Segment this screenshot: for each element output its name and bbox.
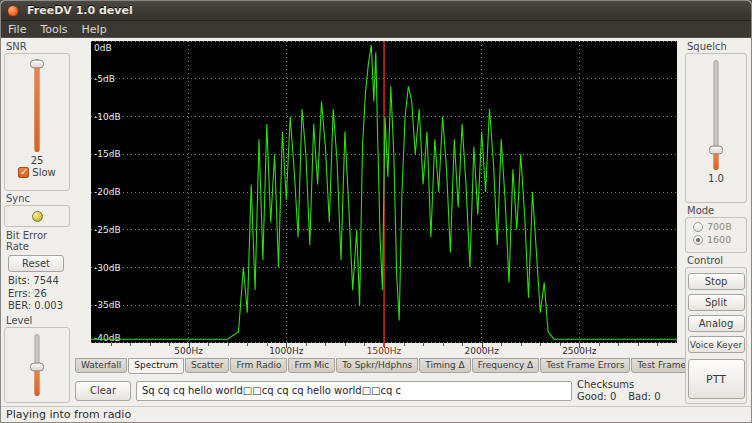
level-label: Level bbox=[6, 315, 70, 326]
squelch-label: Squelch bbox=[687, 41, 747, 52]
snr-group: 25 Slow bbox=[4, 53, 70, 191]
voice-keyer-button[interactable]: Voice Keyer bbox=[688, 336, 745, 353]
x-tick-label: 500Hz bbox=[174, 346, 203, 356]
level-slider-handle[interactable] bbox=[30, 363, 44, 372]
x-tick-label: 2500Hz bbox=[562, 346, 596, 356]
stop-button[interactable]: Stop bbox=[688, 273, 745, 290]
tab-spectrum[interactable]: Spectrum bbox=[128, 358, 184, 374]
ptt-button[interactable]: PTT bbox=[688, 359, 745, 399]
svg-text:0dB: 0dB bbox=[94, 43, 112, 53]
menubar: File Tools Help bbox=[1, 21, 751, 38]
clear-button[interactable]: Clear bbox=[75, 381, 131, 401]
tab-frequency-delta[interactable]: Frequency Δ bbox=[472, 358, 540, 373]
status-bar: Playing into from radio bbox=[1, 406, 751, 422]
svg-text:-35dB: -35dB bbox=[94, 300, 121, 310]
reset-button[interactable]: Reset bbox=[8, 255, 64, 272]
split-button[interactable]: Split bbox=[688, 294, 745, 311]
svg-text:-30dB: -30dB bbox=[94, 263, 121, 273]
bit-error-rate-label: Bit Error Rate bbox=[6, 230, 70, 252]
control-group: Stop Split Analog Voice Keyer PTT bbox=[685, 267, 747, 404]
window-title: FreeDV 1.0 devel bbox=[27, 4, 133, 17]
mode-1600-label: 1600 bbox=[707, 234, 731, 245]
snr-slider-fill bbox=[35, 64, 40, 152]
mode-radio-1600[interactable]: 1600 bbox=[693, 234, 731, 245]
frequency-axis: 500Hz1000Hz1500Hz2000Hz2500Hz bbox=[91, 343, 677, 356]
tx-message-bar: Clear Checksums Good: 0 Bad: 0 bbox=[75, 378, 683, 403]
x-tick-label: 1000Hz bbox=[269, 346, 303, 356]
squelch-slider-handle[interactable] bbox=[709, 145, 723, 154]
level-group bbox=[4, 327, 70, 404]
tab-test-frame-errors[interactable]: Test Frame Errors bbox=[540, 358, 630, 373]
snr-slider[interactable] bbox=[29, 58, 45, 153]
tab-scatter[interactable]: Scatter bbox=[185, 358, 229, 373]
tab-frm-mic[interactable]: Frm Mic bbox=[288, 358, 335, 373]
svg-text:-10dB: -10dB bbox=[94, 112, 121, 122]
snr-slider-handle[interactable] bbox=[30, 59, 44, 68]
close-button-icon[interactable] bbox=[7, 5, 19, 17]
analog-button[interactable]: Analog bbox=[688, 315, 745, 332]
sync-group bbox=[4, 205, 70, 227]
checksums: Checksums Good: 0 Bad: 0 bbox=[577, 379, 683, 402]
freedv-window: FreeDV 1.0 devel File Tools Help SNR 25 … bbox=[0, 0, 752, 423]
level-slider[interactable] bbox=[29, 333, 45, 398]
titlebar: FreeDV 1.0 devel bbox=[1, 1, 751, 21]
radio-icon bbox=[693, 222, 703, 232]
control-label: Control bbox=[687, 255, 747, 266]
x-tick-label: 1500Hz bbox=[367, 346, 401, 356]
left-panel: SNR 25 Slow Sync Bit Error Rate Reset Bi… bbox=[1, 38, 73, 406]
menu-tools[interactable]: Tools bbox=[40, 23, 67, 36]
mode-radio-700b[interactable]: 700B bbox=[693, 221, 732, 232]
checksum-bad: Bad: 0 bbox=[628, 391, 660, 403]
plot-tabs: Waterfall Spectrum Scatter Frm Radio Frm… bbox=[75, 358, 683, 375]
right-panel: Squelch 1.0 Mode 700B 1600 Control Stop … bbox=[683, 38, 751, 406]
tab-timing-delta[interactable]: Timing Δ bbox=[419, 358, 470, 373]
snr-value: 25 bbox=[31, 155, 44, 166]
checksum-good: Good: 0 bbox=[577, 391, 616, 403]
spectrum-plot[interactable]: 0dB-5dB-10dB-15dB-20dB-25dB-30dB-35dB-40… bbox=[91, 41, 677, 343]
squelch-group: 1.0 bbox=[685, 53, 747, 203]
plot-notebook: 0dB-5dB-10dB-15dB-20dB-25dB-30dB-35dB-40… bbox=[73, 38, 683, 406]
sync-label: Sync bbox=[6, 193, 70, 204]
radio-icon bbox=[693, 235, 703, 245]
tab-frm-radio[interactable]: Frm Radio bbox=[230, 358, 287, 373]
sync-led-indicator bbox=[32, 211, 43, 222]
squelch-slider[interactable] bbox=[708, 59, 724, 171]
menu-help[interactable]: Help bbox=[82, 23, 107, 36]
mode-label: Mode bbox=[687, 205, 747, 216]
svg-text:-25dB: -25dB bbox=[94, 225, 121, 235]
errs-count: Errs: 26 bbox=[4, 288, 70, 301]
tab-waterfall[interactable]: Waterfall bbox=[75, 358, 127, 373]
snr-label: SNR bbox=[6, 41, 70, 52]
x-tick-label: 2000Hz bbox=[464, 346, 498, 356]
svg-text:-20dB: -20dB bbox=[94, 187, 121, 197]
bits-count: Bits: 7544 bbox=[4, 275, 70, 288]
tx-message-input[interactable] bbox=[136, 381, 572, 401]
squelch-value: 1.0 bbox=[708, 173, 724, 184]
slow-checkbox[interactable]: Slow bbox=[18, 167, 55, 178]
svg-text:-15dB: -15dB bbox=[94, 149, 121, 159]
menu-file[interactable]: File bbox=[8, 23, 26, 36]
mode-group: 700B 1600 bbox=[685, 217, 747, 253]
slow-checkbox-label: Slow bbox=[32, 167, 55, 178]
spectrum-panel: 0dB-5dB-10dB-15dB-20dB-25dB-30dB-35dB-40… bbox=[91, 41, 677, 356]
ber-value: BER: 0.003 bbox=[4, 300, 70, 313]
svg-text:-40dB: -40dB bbox=[94, 333, 121, 343]
checksums-label: Checksums bbox=[577, 379, 683, 391]
tab-to-spkr-hdphns[interactable]: To Spkr/Hdphns bbox=[336, 358, 418, 373]
mode-700b-label: 700B bbox=[707, 221, 732, 232]
svg-text:-5dB: -5dB bbox=[94, 74, 115, 84]
checkbox-icon bbox=[18, 167, 29, 178]
